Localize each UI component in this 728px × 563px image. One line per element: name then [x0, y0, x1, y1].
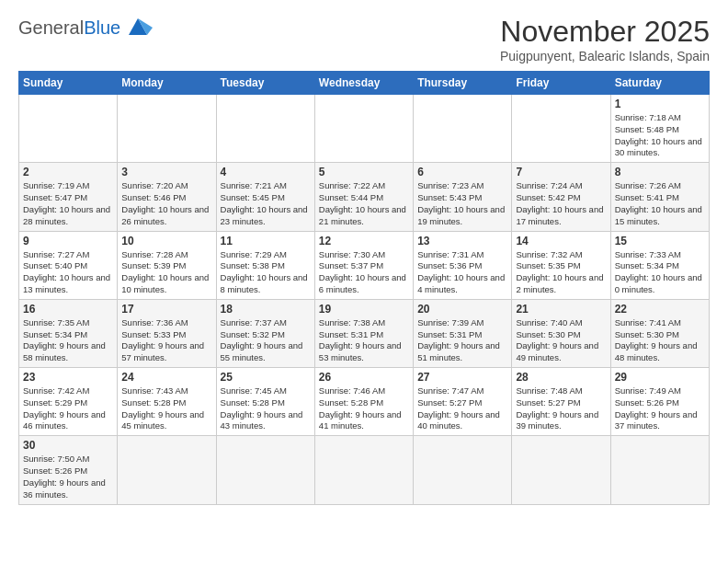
day-info: Sunrise: 7:45 AM Sunset: 5:28 PM Dayligh…	[221, 385, 311, 432]
location: Puigpunyent, Balearic Islands, Spain	[500, 49, 710, 63]
day-info: Sunrise: 7:20 AM Sunset: 5:46 PM Dayligh…	[121, 180, 211, 227]
day-number: 22	[615, 303, 705, 316]
calendar-cell	[118, 436, 216, 504]
page: General Blue November 2025 Puigpunyent, …	[0, 0, 728, 514]
day-number: 9	[23, 235, 113, 247]
calendar-cell: 19Sunrise: 7:38 AM Sunset: 5:31 PM Dayli…	[314, 299, 413, 367]
day-info: Sunrise: 7:19 AM Sunset: 5:47 PM Dayligh…	[23, 180, 113, 227]
calendar-cell: 10Sunrise: 7:28 AM Sunset: 5:39 PM Dayli…	[118, 231, 216, 299]
day-info: Sunrise: 7:22 AM Sunset: 5:44 PM Dayligh…	[319, 180, 409, 227]
month-year: November 2025	[500, 15, 710, 49]
calendar-cell: 30Sunrise: 7:50 AM Sunset: 5:26 PM Dayli…	[19, 436, 118, 504]
calendar-cell: 9Sunrise: 7:27 AM Sunset: 5:40 PM Daylig…	[19, 231, 118, 299]
calendar-cell: 23Sunrise: 7:42 AM Sunset: 5:29 PM Dayli…	[19, 368, 118, 436]
day-info: Sunrise: 7:48 AM Sunset: 5:27 PM Dayligh…	[516, 385, 606, 432]
day-number: 4	[221, 166, 311, 178]
calendar-cell: 13Sunrise: 7:31 AM Sunset: 5:36 PM Dayli…	[414, 231, 512, 299]
calendar-week-row: 9Sunrise: 7:27 AM Sunset: 5:40 PM Daylig…	[19, 231, 710, 299]
day-info: Sunrise: 7:35 AM Sunset: 5:34 PM Dayligh…	[23, 317, 113, 364]
calendar-cell	[414, 95, 512, 163]
day-number: 12	[319, 235, 409, 247]
day-of-week-thursday: Thursday	[414, 72, 512, 95]
day-info: Sunrise: 7:49 AM Sunset: 5:26 PM Dayligh…	[615, 385, 705, 432]
calendar-cell	[216, 436, 314, 504]
day-info: Sunrise: 7:36 AM Sunset: 5:33 PM Dayligh…	[121, 317, 211, 364]
day-number: 3	[121, 166, 211, 178]
day-number: 29	[615, 371, 705, 384]
calendar-week-row: 30Sunrise: 7:50 AM Sunset: 5:26 PM Dayli…	[19, 436, 710, 504]
day-info: Sunrise: 7:27 AM Sunset: 5:40 PM Dayligh…	[23, 249, 113, 296]
day-number: 7	[516, 166, 606, 178]
logo-general-text: General	[18, 17, 84, 39]
day-info: Sunrise: 7:31 AM Sunset: 5:36 PM Dayligh…	[417, 249, 507, 296]
calendar-cell: 8Sunrise: 7:26 AM Sunset: 5:41 PM Daylig…	[610, 163, 709, 231]
calendar-cell	[512, 95, 610, 163]
day-info: Sunrise: 7:41 AM Sunset: 5:30 PM Dayligh…	[615, 317, 705, 364]
day-number: 24	[121, 371, 211, 384]
day-info: Sunrise: 7:46 AM Sunset: 5:28 PM Dayligh…	[319, 385, 409, 432]
calendar-cell: 17Sunrise: 7:36 AM Sunset: 5:33 PM Dayli…	[118, 299, 216, 367]
header: General Blue November 2025 Puigpunyent, …	[18, 15, 710, 63]
calendar-cell: 22Sunrise: 7:41 AM Sunset: 5:30 PM Dayli…	[610, 299, 709, 367]
calendar-cell: 3Sunrise: 7:20 AM Sunset: 5:46 PM Daylig…	[118, 163, 216, 231]
calendar-cell	[314, 436, 413, 504]
calendar-cell: 25Sunrise: 7:45 AM Sunset: 5:28 PM Dayli…	[216, 368, 314, 436]
day-number: 1	[615, 98, 705, 110]
day-number: 25	[221, 371, 311, 384]
day-number: 27	[417, 371, 507, 384]
day-of-week-sunday: Sunday	[19, 72, 118, 95]
calendar-cell: 12Sunrise: 7:30 AM Sunset: 5:37 PM Dayli…	[314, 231, 413, 299]
day-number: 17	[121, 303, 211, 316]
day-number: 30	[23, 439, 113, 452]
day-number: 18	[221, 303, 311, 316]
day-number: 13	[417, 235, 507, 247]
calendar-cell	[512, 436, 610, 504]
day-info: Sunrise: 7:30 AM Sunset: 5:37 PM Dayligh…	[319, 249, 409, 296]
day-number: 6	[417, 166, 507, 178]
calendar-cell: 28Sunrise: 7:48 AM Sunset: 5:27 PM Dayli…	[512, 368, 610, 436]
day-of-week-tuesday: Tuesday	[216, 72, 314, 95]
calendar-week-row: 2Sunrise: 7:19 AM Sunset: 5:47 PM Daylig…	[19, 163, 710, 231]
day-number: 8	[615, 166, 705, 178]
day-number: 5	[319, 166, 409, 178]
day-number: 26	[319, 371, 409, 384]
day-number: 20	[417, 303, 507, 316]
day-info: Sunrise: 7:23 AM Sunset: 5:43 PM Dayligh…	[417, 180, 507, 227]
day-info: Sunrise: 7:32 AM Sunset: 5:35 PM Dayligh…	[516, 249, 606, 296]
day-info: Sunrise: 7:40 AM Sunset: 5:30 PM Dayligh…	[516, 317, 606, 364]
day-info: Sunrise: 7:29 AM Sunset: 5:38 PM Dayligh…	[221, 249, 311, 296]
day-number: 19	[319, 303, 409, 316]
day-number: 10	[121, 235, 211, 247]
day-info: Sunrise: 7:33 AM Sunset: 5:34 PM Dayligh…	[615, 249, 705, 296]
calendar-cell	[414, 436, 512, 504]
calendar-cell: 2Sunrise: 7:19 AM Sunset: 5:47 PM Daylig…	[19, 163, 118, 231]
calendar-cell: 21Sunrise: 7:40 AM Sunset: 5:30 PM Dayli…	[512, 299, 610, 367]
day-of-week-monday: Monday	[118, 72, 216, 95]
day-info: Sunrise: 7:43 AM Sunset: 5:28 PM Dayligh…	[121, 385, 211, 432]
day-info: Sunrise: 7:38 AM Sunset: 5:31 PM Dayligh…	[319, 317, 409, 364]
calendar-cell: 20Sunrise: 7:39 AM Sunset: 5:31 PM Dayli…	[414, 299, 512, 367]
logo-blue-text: Blue	[84, 17, 120, 39]
calendar-cell: 18Sunrise: 7:37 AM Sunset: 5:32 PM Dayli…	[216, 299, 314, 367]
day-info: Sunrise: 7:26 AM Sunset: 5:41 PM Dayligh…	[615, 180, 705, 227]
logo: General Blue	[18, 15, 153, 40]
day-number: 28	[516, 371, 606, 384]
calendar-cell: 24Sunrise: 7:43 AM Sunset: 5:28 PM Dayli…	[118, 368, 216, 436]
calendar-cell: 29Sunrise: 7:49 AM Sunset: 5:26 PM Dayli…	[610, 368, 709, 436]
calendar-cell	[314, 95, 413, 163]
day-info: Sunrise: 7:24 AM Sunset: 5:42 PM Dayligh…	[516, 180, 606, 227]
day-of-week-friday: Friday	[512, 72, 610, 95]
calendar-cell: 4Sunrise: 7:21 AM Sunset: 5:45 PM Daylig…	[216, 163, 314, 231]
day-number: 21	[516, 303, 606, 316]
calendar-cell	[610, 436, 709, 504]
calendar-header-row: SundayMondayTuesdayWednesdayThursdayFrid…	[19, 72, 710, 95]
logo-icon	[123, 15, 153, 40]
calendar-cell: 16Sunrise: 7:35 AM Sunset: 5:34 PM Dayli…	[19, 299, 118, 367]
calendar-week-row: 1Sunrise: 7:18 AM Sunset: 5:48 PM Daylig…	[19, 95, 710, 163]
calendar-cell	[118, 95, 216, 163]
day-number: 16	[23, 303, 113, 316]
day-info: Sunrise: 7:47 AM Sunset: 5:27 PM Dayligh…	[417, 385, 507, 432]
calendar: SundayMondayTuesdayWednesdayThursdayFrid…	[18, 71, 710, 505]
day-info: Sunrise: 7:42 AM Sunset: 5:29 PM Dayligh…	[23, 385, 113, 432]
calendar-week-row: 16Sunrise: 7:35 AM Sunset: 5:34 PM Dayli…	[19, 299, 710, 367]
